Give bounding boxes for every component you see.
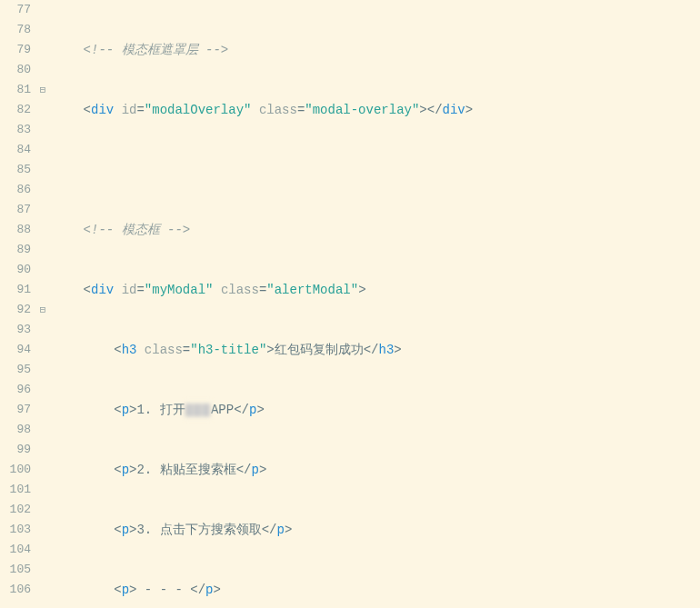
line-number: 97	[0, 400, 31, 420]
line-number: 87	[0, 200, 31, 220]
tag-p: p	[122, 403, 129, 417]
line-number: 78	[0, 20, 31, 40]
string: "h3-title"	[190, 343, 266, 357]
code-editor[interactable]: 77 78 79 80 81 82 83 84 85 86 87 88 89 9…	[0, 0, 700, 608]
line-number: 82	[0, 100, 31, 120]
tag-h3: h3	[122, 343, 137, 357]
string: "modal-overlay"	[305, 103, 419, 117]
line-number: 89	[0, 240, 31, 260]
line-number: 104	[0, 540, 31, 560]
string: "modalOverlay"	[145, 103, 252, 117]
line-number: 99	[0, 440, 31, 460]
line-number: 100	[0, 460, 31, 480]
line-number: 90	[0, 260, 31, 280]
line-number-gutter: 77 78 79 80 81 82 83 84 85 86 87 88 89 9…	[0, 0, 36, 608]
line-number: 79	[0, 40, 31, 60]
line-number: 80	[0, 60, 31, 80]
text: - - -	[136, 583, 190, 597]
text: 红包码复制成功	[275, 343, 364, 357]
attr-id: id	[122, 103, 137, 117]
fold-marker-icon[interactable]: ⊟	[36, 80, 49, 100]
line-number: 85	[0, 160, 31, 180]
string: "alertModal"	[266, 283, 358, 297]
line-number: 84	[0, 140, 31, 160]
comment: <!-- 模态框 -->	[84, 223, 191, 237]
line-number: 105	[0, 560, 31, 580]
line-number: 95	[0, 360, 31, 380]
string: "myModal"	[145, 283, 214, 297]
line-number: 102	[0, 500, 31, 520]
text: 3. 点击下方搜索领取	[136, 523, 261, 537]
line-number: 106	[0, 580, 31, 600]
attr-class: class	[259, 103, 297, 117]
line-number: 93	[0, 320, 31, 340]
line-number: 92	[0, 300, 31, 320]
line-number: 77	[0, 0, 31, 20]
line-number: 91	[0, 280, 31, 300]
line-number: 86	[0, 180, 31, 200]
line-number: 103	[0, 520, 31, 540]
line-number: 98	[0, 420, 31, 440]
fold-marker-icon[interactable]: ⊟	[36, 300, 49, 320]
line-number: 83	[0, 120, 31, 140]
line-number: 96	[0, 380, 31, 400]
line-number: 88	[0, 220, 31, 240]
line-number: 81	[0, 80, 31, 100]
text: 2. 粘贴至搜索框	[136, 463, 235, 477]
line-number: 101	[0, 480, 31, 500]
code-area[interactable]: <!-- 模态框遮罩层 --> <div id="modalOverlay" c…	[49, 0, 700, 608]
redacted-text: ▇▇▇	[185, 400, 211, 420]
fold-gutter: ⊟ ⊟	[36, 0, 49, 608]
tag-div: div	[91, 103, 114, 117]
text: 1. 打开	[136, 403, 185, 417]
comment: <!-- 模态框遮罩层 -->	[84, 43, 229, 57]
line-number: 94	[0, 340, 31, 360]
